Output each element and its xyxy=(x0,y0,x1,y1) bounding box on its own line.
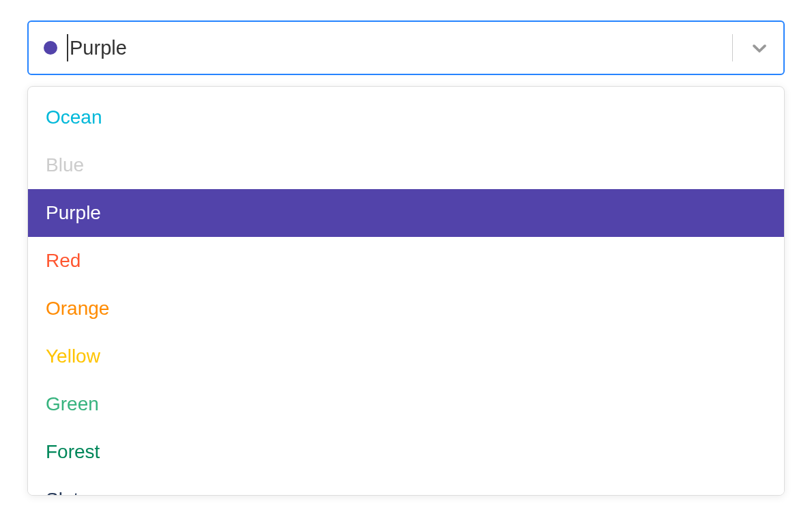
selected-color-dot xyxy=(44,41,57,55)
option-forest[interactable]: Forest xyxy=(28,428,784,476)
option-slate[interactable]: Slate xyxy=(28,476,784,496)
option-label: Ocean xyxy=(46,107,102,128)
option-green[interactable]: Green xyxy=(28,380,784,428)
select-value-container[interactable]: Purple xyxy=(67,22,727,74)
option-label: Slate xyxy=(46,489,89,496)
option-label: Purple xyxy=(46,202,101,224)
option-purple[interactable]: Purple xyxy=(28,189,784,237)
option-label: Green xyxy=(46,393,99,415)
option-blue: Blue xyxy=(28,141,784,189)
select-menu-list[interactable]: OceanBluePurpleRedOrangeYellowGreenFores… xyxy=(28,87,784,496)
dropdown-toggle[interactable] xyxy=(742,31,777,65)
color-select: Purple OceanBluePurpleRedOrangeYellowGre… xyxy=(27,20,785,496)
option-ocean[interactable]: Ocean xyxy=(28,94,784,141)
option-orange[interactable]: Orange xyxy=(28,285,784,333)
select-indicators xyxy=(727,22,777,74)
option-label: Yellow xyxy=(46,345,100,367)
selected-value-label: Purple xyxy=(67,37,127,59)
text-caret xyxy=(67,34,68,61)
option-label: Forest xyxy=(46,441,100,463)
option-red[interactable]: Red xyxy=(28,237,784,285)
option-label: Orange xyxy=(46,298,109,320)
select-control[interactable]: Purple xyxy=(27,20,785,75)
chevron-down-icon xyxy=(748,36,771,59)
option-yellow[interactable]: Yellow xyxy=(28,333,784,380)
select-menu: OceanBluePurpleRedOrangeYellowGreenFores… xyxy=(27,86,785,496)
option-label: Red xyxy=(46,250,81,272)
indicator-separator xyxy=(732,34,733,61)
option-label: Blue xyxy=(46,154,84,176)
